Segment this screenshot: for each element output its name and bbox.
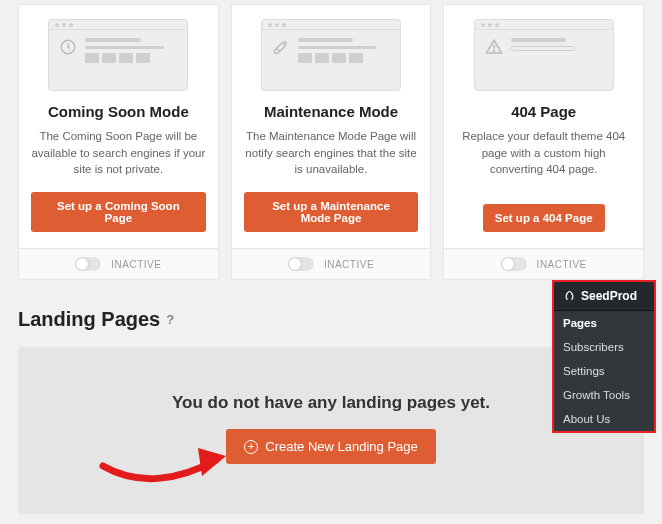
card-title: 404 Page	[511, 103, 576, 120]
card-desc: The Coming Soon Page will be available t…	[31, 128, 206, 178]
empty-title: You do not have any landing pages yet.	[38, 393, 624, 413]
card-maintenance: Maintenance Mode The Maintenance Mode Pa…	[231, 4, 432, 280]
seedprod-flyout-menu: SeedProd Pages Subscribers Settings Grow…	[552, 280, 656, 433]
create-button-label: Create New Landing Page	[265, 439, 418, 454]
card-desc: Replace your default theme 404 page with…	[456, 128, 631, 190]
status-label: INACTIVE	[111, 259, 161, 270]
tools-icon	[272, 38, 290, 56]
setup-404-button[interactable]: Set up a 404 Page	[483, 204, 605, 232]
landing-pages-empty-state: You do not have any landing pages yet. +…	[18, 347, 644, 514]
warning-icon	[485, 38, 503, 56]
help-icon[interactable]: ?	[166, 312, 174, 327]
toggle-maintenance[interactable]	[288, 257, 314, 271]
flyout-item-growth-tools[interactable]: Growth Tools	[554, 383, 654, 407]
flyout-item-about-us[interactable]: About Us	[554, 407, 654, 431]
card-desc: The Maintenance Mode Page will notify se…	[244, 128, 419, 178]
section-title-text: Landing Pages	[18, 308, 160, 331]
svg-point-2	[493, 50, 494, 51]
card-404: 404 Page Replace your default theme 404 …	[443, 4, 644, 280]
toggle-404[interactable]	[501, 257, 527, 271]
flyout-brand-label: SeedProd	[581, 289, 637, 303]
status-label: INACTIVE	[537, 259, 587, 270]
mock-maintenance	[261, 19, 401, 91]
clock-icon	[59, 38, 77, 56]
flyout-item-settings[interactable]: Settings	[554, 359, 654, 383]
setup-coming-soon-button[interactable]: Set up a Coming Soon Page	[31, 192, 206, 232]
flyout-item-subscribers[interactable]: Subscribers	[554, 335, 654, 359]
mock-coming-soon	[48, 19, 188, 91]
flyout-header[interactable]: SeedProd	[554, 282, 654, 311]
section-title-landing-pages: Landing Pages ?	[18, 308, 644, 331]
seedprod-logo-icon	[563, 290, 576, 303]
create-landing-page-button[interactable]: + Create New Landing Page	[226, 429, 436, 464]
setup-maintenance-button[interactable]: Set up a Maintenance Mode Page	[244, 192, 419, 232]
toggle-coming-soon[interactable]	[75, 257, 101, 271]
plus-circle-icon: +	[244, 440, 258, 454]
card-title: Coming Soon Mode	[48, 103, 189, 120]
mode-cards-row: Coming Soon Mode The Coming Soon Page wi…	[18, 0, 644, 280]
card-title: Maintenance Mode	[264, 103, 398, 120]
flyout-item-pages[interactable]: Pages	[554, 311, 654, 335]
status-label: INACTIVE	[324, 259, 374, 270]
mock-404	[474, 19, 614, 91]
card-coming-soon: Coming Soon Mode The Coming Soon Page wi…	[18, 4, 219, 280]
